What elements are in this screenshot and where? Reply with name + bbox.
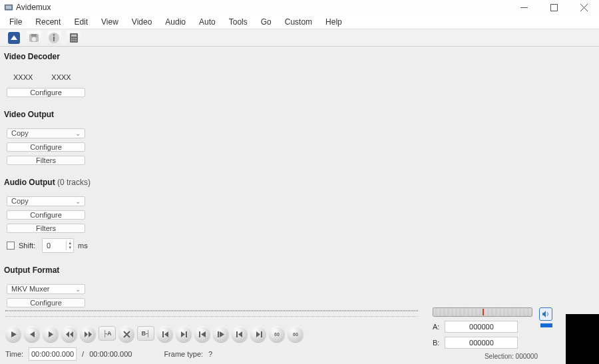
set-marker-a-button[interactable]: ├A [99, 326, 116, 341]
close-button[interactable] [569, 0, 599, 15]
set-marker-b-button[interactable]: B┤ [137, 326, 154, 341]
fwd-60s-button[interactable]: 60 [288, 326, 303, 342]
fast-forward-button[interactable] [80, 326, 96, 342]
menu-view[interactable]: View [95, 15, 125, 29]
output-format-select[interactable]: MKV Muxer ⌄ [7, 284, 85, 293]
svg-point-15 [75, 38, 77, 39]
toolbar-save-button[interactable] [27, 31, 41, 45]
video-output-configure-button[interactable]: Configure [7, 142, 85, 152]
menu-auto[interactable]: Auto [192, 15, 222, 29]
next-black-button[interactable] [213, 326, 229, 342]
output-format-heading: Output Format [4, 266, 140, 275]
prev-keyframe-button[interactable] [157, 326, 173, 342]
output-format-configure-button[interactable]: Configure [7, 298, 85, 307]
last-frame-button[interactable] [250, 326, 266, 342]
title-bar: Avidemux [0, 0, 599, 15]
svg-rect-23 [236, 331, 238, 337]
svg-rect-10 [53, 37, 55, 41]
toolbar-open-button[interactable] [7, 31, 21, 45]
svg-point-14 [73, 38, 75, 39]
menu-bar: File Recent Edit View Video Audio Auto T… [0, 15, 599, 29]
delete-button[interactable] [118, 326, 134, 342]
audio-shift-value: 0 [47, 242, 51, 250]
selection-value: Selection: 000000 [433, 353, 562, 360]
status-row: Time: 00:00:00.000 / 00:00:00.000 Frame … [5, 347, 212, 361]
audio-shift-checkbox[interactable] [7, 242, 15, 250]
audio-output-filters-button[interactable]: Filters [7, 224, 85, 233]
volume-slider[interactable] [540, 323, 552, 327]
toolbar-calculator-button[interactable] [67, 31, 81, 45]
main-area: Video Decoder XXXX XXXX Configure Video … [0, 47, 599, 307]
menu-help[interactable]: Help [319, 15, 349, 29]
svg-rect-22 [218, 331, 219, 337]
menu-audio[interactable]: Audio [158, 15, 192, 29]
next-frame-button[interactable] [43, 326, 59, 342]
frametype-label: Frame type: [164, 350, 203, 358]
scrubber-marker-icon [483, 309, 484, 315]
prev-black-button[interactable] [194, 326, 210, 342]
audio-output-select[interactable]: Copy ⌄ [7, 196, 85, 206]
a-marker-value-box: 000000 [445, 321, 518, 333]
audio-shift-unit: ms [78, 242, 88, 250]
play-button[interactable] [5, 326, 21, 342]
window-controls [509, 0, 599, 15]
chevron-down-icon: ⌄ [75, 130, 81, 137]
audio-shift-spinner[interactable]: 0 ▲▼ [42, 238, 74, 253]
audio-output-trackcount: (0 tracks) [57, 178, 91, 187]
audio-shift-row: Shift: 0 ▲▼ ms [7, 238, 140, 253]
svg-point-7 [32, 37, 36, 41]
time-label: Time: [5, 350, 23, 358]
svg-point-16 [71, 40, 73, 41]
svg-rect-6 [31, 34, 37, 37]
timeline-slider[interactable] [5, 307, 418, 317]
menu-video[interactable]: Video [125, 15, 158, 29]
a-marker-label: A: [433, 323, 439, 331]
back-60s-button[interactable]: 60 [269, 326, 285, 342]
svg-rect-3 [551, 4, 558, 11]
svg-rect-19 [162, 331, 164, 337]
menu-tools[interactable]: Tools [222, 15, 254, 29]
maximize-button[interactable] [539, 0, 569, 15]
video-output-select[interactable]: Copy ⌄ [7, 128, 85, 138]
toolbar [0, 29, 599, 47]
b-marker-value-box: 000000 [445, 337, 518, 349]
first-frame-button[interactable] [232, 326, 248, 342]
chevron-down-icon: ⌄ [75, 198, 81, 205]
volume-button[interactable] [539, 307, 552, 321]
menu-edit[interactable]: Edit [67, 15, 95, 29]
app-title: Avidemux [16, 3, 51, 12]
spinner-arrows-icon[interactable]: ▲▼ [66, 241, 73, 250]
audio-shift-label: Shift: [19, 242, 35, 250]
menu-recent[interactable]: Recent [29, 15, 67, 29]
duration-value: 00:00:00.000 [89, 350, 132, 358]
svg-point-18 [75, 40, 77, 41]
decoder-values-row: XXXX XXXX [4, 73, 140, 81]
menu-file[interactable]: File [3, 15, 29, 29]
prev-frame-button[interactable] [24, 326, 40, 342]
decoder-value-2: XXXX [51, 73, 71, 81]
audio-output-value: Copy [11, 197, 29, 205]
transport-controls: ├A B┤ 60 60 [5, 326, 303, 342]
frametype-value: ? [208, 350, 212, 358]
decoder-configure-button[interactable]: Configure [7, 88, 85, 97]
minimize-button[interactable] [509, 0, 539, 15]
app-icon [4, 3, 13, 12]
audio-output-configure-button[interactable]: Configure [7, 210, 85, 220]
video-output-value: Copy [11, 129, 29, 137]
rewind-button[interactable] [61, 326, 77, 342]
b-marker-row: B: 000000 [433, 337, 562, 349]
svg-rect-1 [6, 5, 12, 9]
svg-point-17 [73, 40, 75, 41]
menu-custom[interactable]: Custom [278, 15, 319, 29]
menu-go[interactable]: Go [254, 15, 278, 29]
svg-rect-21 [199, 331, 200, 337]
jog-scrubber[interactable] [433, 307, 532, 317]
video-output-filters-button[interactable]: Filters [7, 156, 85, 165]
toolbar-info-button[interactable] [47, 31, 61, 45]
decoder-value-1: XXXX [13, 73, 33, 81]
svg-point-9 [53, 34, 55, 36]
next-keyframe-button[interactable] [176, 326, 192, 342]
svg-rect-2 [520, 7, 528, 8]
time-input[interactable]: 00:00:00.000 [29, 347, 77, 361]
video-preview [566, 314, 599, 364]
